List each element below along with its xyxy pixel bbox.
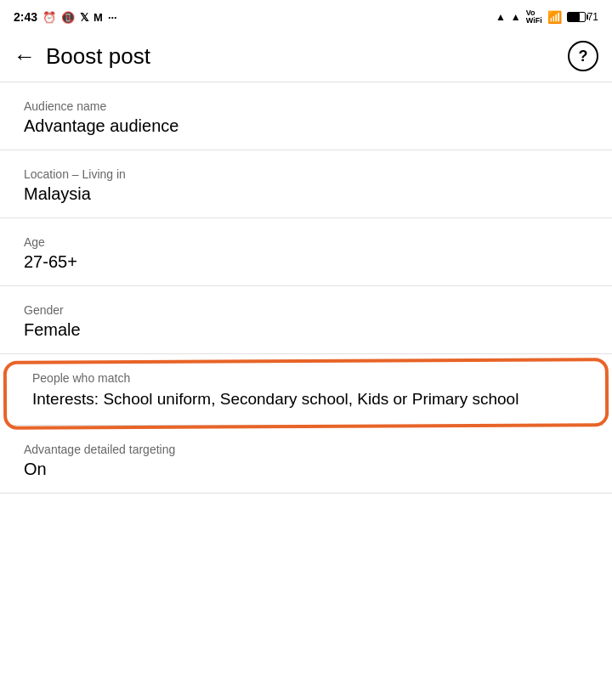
- header: ← Boost post ?: [0, 31, 612, 82]
- location-label: Location – Living in: [24, 167, 588, 181]
- audience-name-section[interactable]: Audience name Advantage audience: [0, 82, 612, 150]
- status-bar: 2:43 ⏰ 📵 𝕏 M ··· ▲ ▲ VoWiFi 📶 71: [0, 0, 612, 31]
- status-indicators: ▲ ▲ VoWiFi 📶 71: [496, 9, 598, 25]
- advantage-targeting-section[interactable]: Advantage detailed targeting On: [0, 426, 612, 494]
- header-left: ← Boost post: [14, 43, 150, 70]
- people-who-match-label: People who match: [32, 371, 580, 385]
- age-label: Age: [24, 235, 588, 249]
- missed-call-icon: 📵: [61, 11, 75, 24]
- back-button[interactable]: ←: [14, 45, 36, 67]
- m-icon: M: [94, 11, 103, 24]
- location-section[interactable]: Location – Living in Malaysia: [0, 150, 612, 218]
- age-value: 27-65+: [24, 252, 588, 272]
- status-time: 2:43 ⏰ 📵 𝕏 M ···: [14, 10, 117, 24]
- content: Audience name Advantage audience Locatio…: [0, 82, 612, 494]
- signal-icon-2: ▲: [511, 11, 521, 23]
- audience-name-label: Audience name: [24, 99, 588, 113]
- location-value: Malaysia: [24, 184, 588, 204]
- gender-label: Gender: [24, 303, 588, 317]
- battery-indicator: 71: [567, 11, 598, 23]
- highlighted-wrapper: People who match Interests: School unifo…: [0, 354, 612, 426]
- people-who-match-value: Interests: School uniform, Secondary sch…: [32, 388, 580, 411]
- age-section[interactable]: Age 27-65+: [0, 218, 612, 286]
- page-title: Boost post: [46, 43, 150, 70]
- alarm-icon: ⏰: [42, 11, 56, 24]
- battery-level: 71: [587, 11, 598, 23]
- signal-icon-1: ▲: [496, 11, 506, 23]
- battery-fill: [568, 13, 580, 21]
- gender-value: Female: [24, 320, 588, 340]
- people-who-match-section[interactable]: People who match Interests: School unifo…: [8, 354, 604, 426]
- vowifi-icon: VoWiFi: [526, 9, 542, 25]
- battery-icon: [567, 12, 586, 22]
- advantage-targeting-label: Advantage detailed targeting: [24, 443, 588, 456]
- help-button[interactable]: ?: [568, 41, 598, 71]
- audience-name-value: Advantage audience: [24, 116, 588, 136]
- gender-section[interactable]: Gender Female: [0, 286, 612, 354]
- more-icon: ···: [108, 11, 117, 24]
- advantage-targeting-value: On: [24, 460, 588, 479]
- wifi-icon: 📶: [547, 10, 562, 24]
- time-display: 2:43: [14, 10, 37, 24]
- twitter-icon: 𝕏: [80, 11, 88, 24]
